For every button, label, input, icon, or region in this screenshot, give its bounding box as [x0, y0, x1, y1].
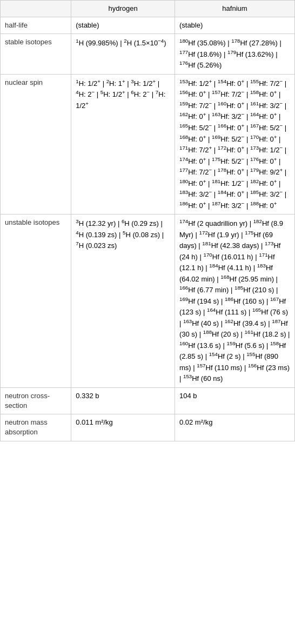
row-label-0: half-life	[1, 17, 71, 34]
cell-hafnium-5: 0.02 m²/kg	[175, 414, 294, 441]
cell-hydrogen-5: 0.011 m²/kg	[71, 414, 175, 441]
row-label-4: neutron cross-section	[1, 387, 71, 414]
col-header-empty	[1, 1, 71, 17]
cell-hafnium-0: (stable)	[175, 17, 294, 34]
cell-hydrogen-1: 1H (99.985%) | 2H (1.5×10−4)	[71, 34, 175, 75]
row-label-3: unstable isotopes	[1, 214, 71, 388]
col-header-hafnium: hafnium	[175, 1, 294, 17]
cell-hydrogen-3: 3H (12.32 yr) | 6H (0.29 zs) | 4H (0.139…	[71, 214, 175, 388]
cell-hydrogen-2: 1H: 1/2+ | 2H: 1+ | 3H: 1/2+ | 4H: 2− | …	[71, 74, 175, 214]
cell-hafnium-2: 153Hf: 1/2+ | 154Hf: 0+ | 155Hf: 7/2− | …	[175, 74, 294, 214]
cell-hafnium-4: 104 b	[175, 387, 294, 414]
cell-hafnium-1: 180Hf (35.08%) | 178Hf (27.28%) | 177Hf …	[175, 34, 294, 75]
row-label-5: neutron mass absorption	[1, 414, 71, 441]
col-header-hydrogen: hydrogen	[71, 1, 175, 17]
row-label-2: nuclear spin	[1, 74, 71, 214]
cell-hafnium-3: 174Hf (2 quadrillion yr) | 182Hf (8.9 My…	[175, 214, 294, 388]
row-label-1: stable isotopes	[1, 34, 71, 75]
cell-hydrogen-4: 0.332 b	[71, 387, 175, 414]
cell-hydrogen-0: (stable)	[71, 17, 175, 34]
